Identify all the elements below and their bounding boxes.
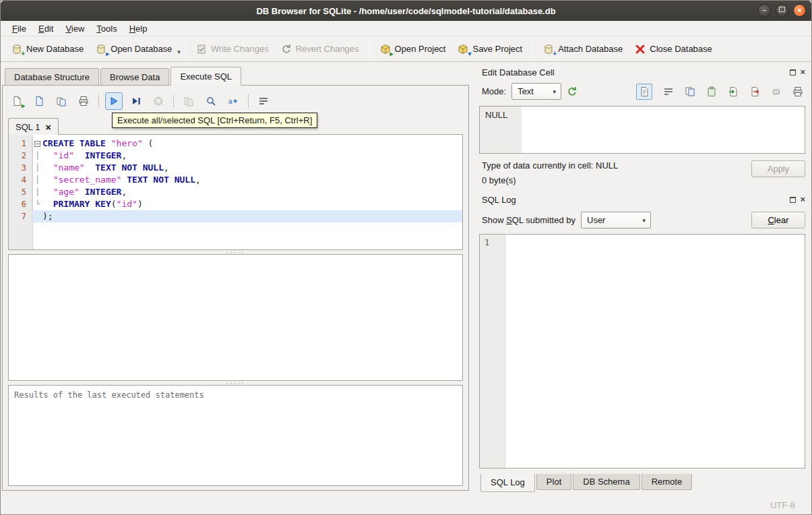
text-mode-button[interactable]	[636, 84, 652, 100]
set-null-icon	[771, 86, 782, 97]
tab-execute-sql[interactable]: Execute SQL	[170, 67, 241, 86]
sql-log-area[interactable]: 1	[479, 234, 805, 468]
save-project-button[interactable]: ▾ Save Project	[452, 40, 528, 59]
new-database-button[interactable]: + New Database	[6, 40, 89, 59]
cell-mode-row: Mode: Text ▾	[482, 83, 805, 100]
tab-browse-data[interactable]: Browse Data	[100, 68, 169, 86]
line-number: 5	[9, 186, 32, 198]
sql-tab[interactable]: SQL 1 ×	[8, 118, 59, 135]
line-number: 1	[9, 138, 32, 150]
log-filter-value: User	[587, 215, 605, 225]
fold-marker: └	[32, 198, 42, 210]
copy-icon	[685, 86, 695, 97]
code-token: ,	[164, 162, 169, 174]
line-number: 3	[9, 162, 32, 174]
save-results-button[interactable]	[180, 92, 197, 110]
log-gutter: 1	[480, 235, 505, 468]
editor-line[interactable]: 6└ PRIMARY KEY("id")	[9, 198, 462, 210]
chevron-down-icon: ▾	[642, 217, 646, 224]
cell-info-row: Type of data currently in cell: NULL 0 b…	[479, 160, 805, 185]
menu-edit[interactable]: Edit	[32, 22, 59, 35]
toolbar-separator	[369, 41, 370, 57]
log-filter-select[interactable]: User ▾	[581, 212, 651, 229]
auto-detect-mode-button[interactable]	[567, 86, 577, 97]
code-token: "secret_name"	[53, 174, 122, 186]
editor-line[interactable]: 4│ "secret_name" TEXT NOT NULL,	[9, 174, 462, 186]
open-sql-file-button[interactable]: ▸	[8, 92, 26, 110]
tab-database-structure[interactable]: Database Structure	[5, 68, 99, 86]
cell-content-editor[interactable]: NULL	[479, 106, 805, 154]
menu-help[interactable]: Help	[123, 22, 154, 35]
maximize-button[interactable]	[776, 4, 788, 17]
open-database-dropdown-icon[interactable]: ▾	[177, 43, 181, 55]
code-token	[42, 162, 53, 174]
open-database-button[interactable]: ▸ Open Database	[90, 40, 177, 59]
code-token: (	[143, 138, 154, 150]
import-cell-button[interactable]	[728, 86, 739, 97]
stop-execution-button[interactable]	[150, 92, 167, 110]
sql-log-header: SQL Log ×	[479, 192, 805, 207]
apply-button[interactable]: Apply	[751, 160, 805, 177]
menu-tools[interactable]: Tools	[90, 22, 123, 35]
open-database-label: Open Database	[111, 44, 172, 54]
format-sql-button[interactable]: a	[224, 92, 242, 110]
editor-line[interactable]: 7);	[9, 210, 462, 222]
attach-database-button[interactable]: + Attach Database	[538, 40, 628, 59]
cell-value: NULL	[485, 110, 507, 120]
menu-file[interactable]: File	[6, 22, 32, 35]
execute-all-button[interactable]	[105, 92, 123, 110]
close-window-button[interactable]: ×	[793, 4, 806, 17]
mode-select[interactable]: Text ▾	[511, 83, 561, 100]
close-tab-icon[interactable]: ×	[45, 123, 51, 131]
minimize-button[interactable]: –	[758, 4, 771, 17]
tab-plot[interactable]: Plot	[536, 474, 571, 490]
format-sql-icon: a	[228, 96, 239, 107]
print-sql-button[interactable]	[75, 92, 92, 110]
save-sql-as-button[interactable]	[53, 92, 70, 110]
editor-line[interactable]: 1–CREATE TABLE "hero" (	[9, 138, 462, 150]
open-project-button[interactable]: ▸ Open Project	[375, 40, 451, 59]
editor-line[interactable]: 5│ "age" INTEGER,	[9, 186, 462, 198]
word-wrap-icon	[663, 86, 674, 97]
titlebar[interactable]: DB Browser for SQLite - /home/user/code/…	[1, 1, 811, 21]
print-cell-button[interactable]	[792, 86, 803, 97]
execute-line-icon	[131, 96, 142, 107]
close-dock-icon[interactable]: ×	[800, 69, 805, 75]
results-grid-pane[interactable]	[8, 254, 463, 381]
close-database-button[interactable]: Close Database	[629, 40, 718, 59]
close-dock-icon[interactable]: ×	[800, 196, 805, 203]
fold-marker[interactable]: –	[32, 138, 42, 150]
word-wrap-cell-button[interactable]	[663, 86, 674, 97]
execute-current-line-button[interactable]	[127, 92, 145, 110]
window-title: DB Browser for SQLite - /home/user/code/…	[256, 6, 555, 16]
revert-changes-button[interactable]: Revert Changes	[276, 40, 365, 59]
float-dock-icon[interactable]	[790, 69, 796, 75]
copy-cell-button[interactable]	[685, 86, 695, 97]
paste-cell-button[interactable]	[706, 86, 717, 97]
sql-editor-lines: 1–CREATE TABLE "hero" (2│ "id" INTEGER,3…	[9, 138, 462, 222]
write-changes-button[interactable]: Write Changes	[191, 40, 274, 59]
clear-log-button[interactable]: Clear	[751, 212, 805, 229]
code-token: ,	[195, 174, 201, 186]
export-cell-button[interactable]	[749, 86, 760, 97]
app-window: DB Browser for SQLite - /home/user/code/…	[0, 0, 812, 515]
find-button[interactable]	[202, 92, 220, 110]
editor-line[interactable]: 2│ "id" INTEGER,	[9, 150, 462, 162]
menubar: File Edit View Tools Help	[1, 21, 811, 36]
tab-db-schema[interactable]: DB Schema	[573, 474, 639, 490]
sql-editor[interactable]: 1–CREATE TABLE "hero" (2│ "id" INTEGER,3…	[8, 134, 463, 250]
fold-marker: │	[32, 162, 42, 174]
save-sql-file-button[interactable]	[30, 92, 48, 110]
attach-database-label: Attach Database	[558, 44, 623, 54]
stop-icon	[153, 96, 164, 107]
tab-remote[interactable]: Remote	[642, 474, 693, 490]
menu-view[interactable]: View	[59, 22, 90, 35]
float-dock-icon[interactable]	[790, 197, 796, 203]
sql-log-controls: Show SQL submitted by User ▾ Clear	[482, 212, 805, 229]
line-number: 2	[9, 150, 32, 162]
set-null-button[interactable]	[771, 86, 782, 97]
word-wrap-button[interactable]	[255, 92, 272, 110]
results-message-pane[interactable]: Results of the last executed statements	[8, 385, 463, 486]
editor-line[interactable]: 3│ "name" TEXT NOT NULL,	[9, 162, 462, 174]
tab-sql-log[interactable]: SQL Log	[480, 474, 535, 492]
